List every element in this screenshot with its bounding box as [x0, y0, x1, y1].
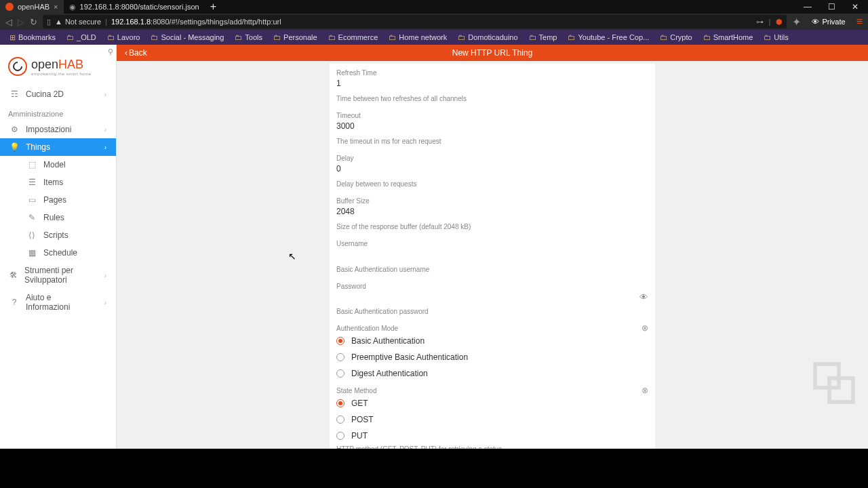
refresh-input[interactable] [336, 77, 648, 91]
folder-icon: 🗀 [235, 33, 242, 41]
bookmark-bar: ⊞Bookmarks🗀_OLD🗀Lavoro🗀Social - Messagin… [0, 30, 868, 45]
chevron-right-icon: › [104, 299, 106, 306]
delay-input[interactable] [336, 163, 648, 176]
main-content: ‹ Back New HTTP URL Thing Refresh Time T… [117, 45, 868, 449]
bookmark-folder[interactable]: 🗀Domoticaduino [454, 32, 521, 43]
bookmark-folder[interactable]: 🗀Lavoro [103, 32, 144, 43]
radio-icon [336, 415, 344, 424]
radio-option[interactable]: Basic Authentication [330, 333, 655, 349]
tab-secondary[interactable]: ◉ 192.168.1.8:8080/static/sensori.json [64, 0, 205, 14]
bookmark-folder[interactable]: 🗀Personale [269, 32, 321, 43]
sidebar-item-pages[interactable]: ▭Pages [0, 191, 116, 209]
sidebar-item-dev[interactable]: 🛠 Strumenti per Sviluppatori › [0, 262, 116, 289]
field-username: Username [330, 235, 655, 264]
eye-icon[interactable]: 👁 [639, 292, 648, 302]
sidebar-item-things[interactable]: 💡Things› [0, 138, 116, 156]
tab-favicon-icon [5, 3, 14, 11]
sidebar-section-admin: Amministrazione [0, 103, 116, 121]
folder-icon: 🗀 [273, 33, 281, 41]
bookmark-folder[interactable]: 🗀SmartHome [699, 32, 757, 43]
clear-icon[interactable]: ⊗ [642, 386, 648, 395]
page-header: ‹ Back New HTTP URL Thing [117, 45, 868, 61]
clear-icon[interactable]: ⊗ [642, 323, 648, 333]
sidebar-item-help[interactable]: ? Aiuto e Informazioni › [0, 289, 116, 316]
pin-icon[interactable]: ⚲ [108, 47, 113, 56]
radio-option[interactable]: PUT [330, 428, 655, 444]
field-buffer: Buffer Size [330, 192, 655, 222]
chevron-right-icon: › [104, 91, 106, 98]
chevron-left-icon: ‹ [125, 48, 127, 58]
tab-favicon-icon: ◉ [69, 3, 76, 12]
radio-option[interactable]: POST [330, 411, 655, 428]
bookmark-folder[interactable]: 🗀Ecommerce [324, 32, 382, 43]
new-tab-button[interactable]: + [205, 1, 222, 13]
logo: ⚲ openHAB empowering the smart home [0, 45, 116, 85]
page-info-icon[interactable]: ▯ [47, 18, 51, 26]
radio-option[interactable]: Digest Authentication [330, 365, 655, 382]
radio-option[interactable]: Preemptive Basic Authentication [330, 349, 655, 365]
field-help: Basic Authentication username [330, 264, 655, 277]
menu-item-icon: ☰ [27, 178, 37, 187]
window-controls: — ☐ ✕ [800, 2, 868, 12]
tab-close-icon[interactable]: × [54, 3, 58, 11]
username-input[interactable] [336, 248, 648, 262]
close-window-button[interactable]: ✕ [848, 2, 863, 12]
back-button[interactable]: ◁ [5, 17, 12, 27]
timeout-input[interactable] [336, 120, 648, 134]
bookmarks-menu[interactable]: ⊞Bookmarks [5, 32, 60, 43]
bookmark-folder[interactable]: 🗀Utils [760, 32, 792, 43]
url-bar[interactable]: ▯ ▲ Not secure | 192.168.1.8:8080/#!/set… [43, 15, 787, 28]
sidebar-item-items[interactable]: ☰Items [0, 174, 116, 191]
radio-option[interactable]: GET [330, 395, 655, 411]
password-input[interactable] [336, 290, 639, 304]
letterbox [0, 449, 868, 488]
svg-rect-0 [815, 364, 839, 388]
sidebar-item-rules[interactable]: ✎Rules [0, 209, 116, 226]
sidebar-item-schedule[interactable]: ▦Schedule [0, 244, 116, 262]
sidebar-item-scripts[interactable]: ⟨⟩Scripts [0, 226, 116, 244]
folder-icon: 🗀 [568, 33, 575, 41]
back-link[interactable]: ‹ Back [125, 48, 147, 58]
field-help: Time between two refreshes of all channe… [330, 94, 655, 106]
field-help: Basic Authentication password [330, 306, 655, 319]
minimize-button[interactable]: — [800, 2, 816, 12]
sidebar-item-cucina[interactable]: ☶ Cucina 2D › [0, 85, 116, 103]
forward-button[interactable]: ▷ [18, 17, 24, 27]
incognito-icon: 👁 [812, 18, 819, 26]
reload-button[interactable]: ↻ [30, 17, 37, 27]
watermark-icon [807, 359, 861, 407]
tab-openhab[interactable]: openHAB × [0, 0, 64, 14]
bookmark-folder[interactable]: 🗀Crypto [656, 32, 696, 43]
maximize-button[interactable]: ☐ [824, 2, 840, 12]
private-badge: 👁 Private [806, 16, 850, 27]
grid-icon: ⊞ [9, 33, 16, 42]
field-label: Password [336, 283, 648, 290]
bookmark-folder[interactable]: 🗀Home network [384, 32, 451, 43]
bookmark-folder[interactable]: 🗀Social - Messaging [146, 32, 228, 43]
bookmark-folder[interactable]: 🗀Temp [525, 32, 561, 43]
sidebar-item-impostazioni[interactable]: ⚙Impostazioni› [0, 121, 116, 138]
radio-icon [336, 337, 344, 345]
shield-icon[interactable]: ⬢ [776, 18, 783, 26]
sidebar-item-model[interactable]: ⬚Model [0, 156, 116, 174]
radio-icon [336, 353, 344, 361]
field-label: Delay [336, 155, 648, 162]
logo-icon [8, 57, 27, 76]
bookmark-folder[interactable]: 🗀Tools [231, 32, 267, 43]
tab-bar: openHAB × ◉ 192.168.1.8:8080/static/sens… [0, 0, 868, 14]
security-indicator[interactable]: ▲ Not secure [55, 18, 101, 26]
field-refresh: Refresh Time [330, 64, 655, 94]
menu-icon[interactable]: ≡ [856, 16, 863, 28]
form-scroll[interactable]: Refresh Time Time between two refreshes … [117, 61, 868, 449]
bookmark-folder[interactable]: 🗀Youtube - Free Cop... [564, 32, 653, 43]
key-icon[interactable]: ⊶ [756, 18, 764, 26]
radio-icon [336, 369, 344, 378]
field-password: Password 👁 [330, 277, 655, 306]
extensions-icon[interactable]: ✦ [792, 16, 801, 28]
bookmark-folder[interactable]: 🗀_OLD [62, 32, 100, 43]
buffer-input[interactable] [336, 205, 648, 219]
nav-bar: ◁ ▷ ↻ ▯ ▲ Not secure | 192.168.1.8:8080/… [0, 14, 868, 30]
field-help: HTTP method (GET, POST, PUT) for retriev… [330, 444, 655, 449]
layers-icon: ☶ [9, 89, 19, 99]
folder-icon: 🗀 [151, 33, 158, 41]
